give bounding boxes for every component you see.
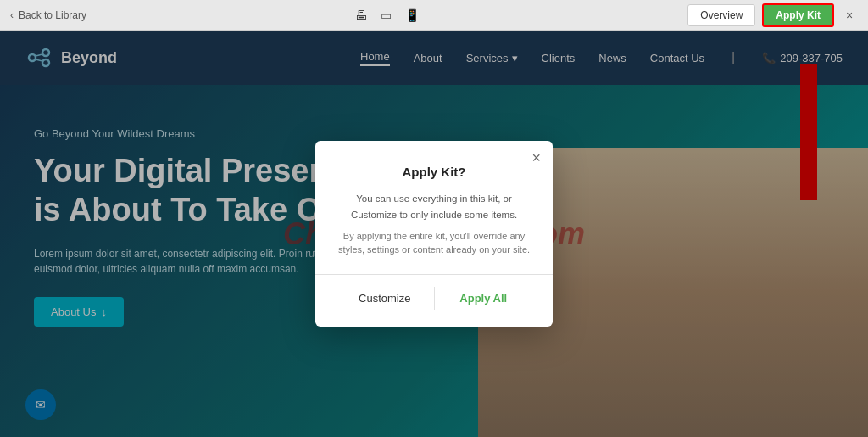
top-bar: ‹ Back to Library 🖶 ▭ 📱 Overview Apply K…	[0, 0, 868, 31]
desktop-icon[interactable]: 🖶	[355, 8, 367, 22]
close-icon[interactable]: ×	[841, 7, 858, 24]
top-bar-actions: Overview Apply Kit ×	[687, 3, 858, 27]
modal-text-primary: You can use everything in this kit, or C…	[336, 191, 532, 222]
device-switcher: 🖶 ▭ 📱	[355, 8, 420, 22]
modal-text-secondary: By applying the entire kit, you'll overr…	[336, 229, 532, 257]
back-label: Back to Library	[19, 9, 86, 21]
apply-kit-modal: × Apply Kit? You can use everything in t…	[315, 141, 553, 327]
overview-button[interactable]: Overview	[687, 4, 755, 26]
modal-customize-button[interactable]: Customize	[336, 287, 434, 310]
back-arrow-icon: ‹	[10, 9, 14, 21]
apply-kit-button[interactable]: Apply Kit	[762, 3, 834, 27]
modal-apply-all-button[interactable]: Apply All	[435, 287, 533, 310]
tablet-icon[interactable]: ▭	[381, 8, 392, 22]
modal-close-button[interactable]: ×	[531, 149, 541, 167]
website-preview: Beyond Home About Services ▾ Clients New…	[0, 31, 868, 437]
modal-divider	[315, 274, 553, 275]
modal-overlay: × Apply Kit? You can use everything in t…	[0, 31, 868, 437]
modal-actions: Customize Apply All	[336, 287, 532, 310]
modal-title: Apply Kit?	[336, 165, 532, 179]
back-to-library[interactable]: ‹ Back to Library	[10, 9, 86, 21]
mobile-icon[interactable]: 📱	[405, 8, 420, 22]
